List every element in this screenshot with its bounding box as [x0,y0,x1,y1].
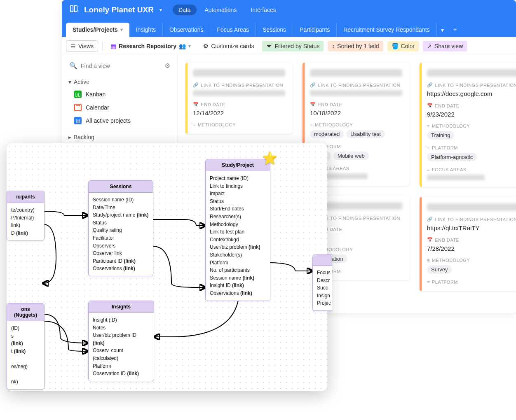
diagram-sessions-box[interactable]: Sessions Session name (ID)Date/TimeStudy… [88,180,153,276]
field-label: 📅 END DATE [427,103,516,108]
diagram-body: Session name (ID)Date/TimeStudy/project … [89,193,153,276]
view-research-repository[interactable]: ▦ Research Repository 👥 ▾ [107,41,195,51]
views-button[interactable]: ☰Views [66,40,98,52]
paint-icon: 🪣 [392,43,399,49]
diagram-body: Insight (ID)NotesUser/biz problem ID (li… [89,313,154,381]
diagram-nuggets-box[interactable]: ons (Nuggets) (ID)s(link)t (link) os/neg… [7,303,45,390]
diagram-body: FocusDescrSuccInsighProjec [313,266,332,310]
people-icon: 👥 [179,43,186,49]
field-label: 🔗 LINK TO FINDINGS PRESENTATION [427,82,516,88]
end-date-value: 9/23/2022 [427,111,516,118]
customize-cards-button[interactable]: ⚙Customize cards [199,41,258,51]
toolbar: ☰Views ▦ Research Repository 👥 ▾ ⚙Custom… [62,37,516,55]
menu-icon: ☰ [70,43,76,49]
tab-data[interactable]: Data [173,5,197,15]
field-label: ≡ METHODOLOGY [427,124,516,128]
sort-button[interactable]: ↕Sorted by 1 field [328,41,383,51]
card-title-redacted [427,203,516,211]
study-card[interactable]: 🔗 LINK TO FINDINGS PRESENTATIONhttps://d… [420,63,516,187]
chevron-down-icon[interactable]: ▾ [120,27,123,33]
calendar-icon [74,104,82,111]
add-table-button[interactable]: ＋ [448,22,462,37]
field-label: ≡ METHODOLOGY [427,258,516,263]
gear-icon[interactable]: ⚙ [164,62,170,70]
table-tab-observations[interactable]: Observations [163,23,210,37]
end-date-value: 7/28/2022 [427,245,516,252]
caret-right-icon: ▸ [68,134,71,140]
study-card[interactable]: 🔗 LINK TO FINDINGS PRESENTATION 📅 END DA… [185,63,293,134]
table-tab-insights[interactable]: Insights [129,23,163,37]
filter-icon: ⏷ [266,43,272,49]
view-kanban[interactable]: ▯▯Kanban [67,88,173,101]
book-icon [69,5,78,15]
sort-icon: ↕ [332,43,335,49]
share-icon: ↗ [427,43,432,49]
star-icon: ⭐ [262,151,277,165]
field-label: ≡ METHODOLOGY [193,122,285,127]
diagram-participants-box[interactable]: icipants te/country)P/Internal)link)D (l… [7,191,45,240]
chevron-down-icon[interactable]: ▾ [188,43,191,49]
field-label: 📅 END DATE [193,102,285,107]
kanban-icon: ▯▯ [74,91,82,98]
redacted-value [427,175,485,180]
end-date-value: 10/18/2022 [310,110,402,117]
study-card[interactable]: 🔗 LINK TO FINDINGS PRESENTATIONhttps://q… [420,197,516,291]
chevron-down-icon[interactable]: ▾ [159,7,162,13]
find-view-input[interactable] [81,63,161,69]
link-value: https://ql.tc/TRaiTY [427,224,516,231]
table-tab-studies[interactable]: Studies/Projects▾ [66,23,129,37]
card-title-redacted [427,69,516,77]
field-label: ≡ METHODOLOGY [310,122,402,127]
share-view-button[interactable]: ↗Share view [423,41,467,51]
field-label: 🔗 LINK TO FINDINGS PRESENTATION [193,82,285,88]
caret-down-icon: ▾ [68,79,71,85]
gear-icon: ⚙ [203,43,209,49]
tab-automations[interactable]: Automations [199,5,243,15]
color-button[interactable]: 🪣Color [387,41,419,51]
base-title[interactable]: Lonely Planet UXR [84,5,154,14]
search-icon: 🔍 [69,62,77,70]
table-tab-recruitment[interactable]: Recruitment Survey Respondants [337,23,436,37]
field-label: 📅 END DATE [310,102,402,107]
diagram-focus-box[interactable]: FocusDescrSuccInsighProjec [312,254,332,311]
field-label: 🔗 LINK TO FINDINGS PRESENTATION [427,217,516,222]
view-calendar[interactable]: Calendar [67,101,173,114]
card-title-redacted [310,69,402,77]
diagram-body: Project name (ID)Link to findingsImpactS… [206,171,270,301]
tab-interfaces[interactable]: Interfaces [245,5,281,15]
top-bar: Lonely Planet UXR ▾ Data Automations Int… [62,0,516,20]
redacted-value [193,90,285,96]
field-label: ≡ PLATFORM [427,280,516,285]
diagram-body: te/country)P/Internal)link)D (link) [7,203,44,240]
table-tab-focus-areas[interactable]: Focus Areas [210,23,256,37]
diagram-insights-box[interactable]: Insights Insight (ID)NotesUser/biz probl… [88,301,154,381]
table-tab-participants[interactable]: Participants [293,23,337,37]
grid-icon: ▤ [74,117,82,124]
table-tab-sessions[interactable]: Sessions [256,23,293,37]
kanban-icon: ▦ [111,43,116,49]
redacted-value [310,90,402,96]
field-label: ≡ FOCUS AREAS [427,167,516,172]
section-active[interactable]: ▾Active [67,76,173,88]
link-value: https://docs.google.com [427,90,516,97]
diagram-body: (ID)s(link)t (link) os/neg) nk) [7,321,44,389]
diagram-study-box[interactable]: Study/Project Project name (ID)Link to f… [205,159,270,301]
field-label: 📅 END DATE [427,237,516,243]
filter-button[interactable]: ⏷Filtered by Status [262,41,324,51]
more-tables-chevron-icon[interactable]: ▾ [437,23,448,37]
field-label: 🔗 LINK TO FINDINGS PRESENTATION [310,82,402,88]
end-date-value: 12/14/2022 [193,110,285,117]
field-label: ≡ PLATFORM [427,145,516,150]
schema-diagram: icipants te/country)P/Internal)link)D (l… [7,143,327,391]
view-all-active[interactable]: ▤All active projects [67,114,173,127]
card-title-redacted [193,69,285,77]
table-tabs: Studies/Projects▾ Insights Observations … [62,20,516,37]
section-backlog[interactable]: ▸Backlog [67,131,173,143]
